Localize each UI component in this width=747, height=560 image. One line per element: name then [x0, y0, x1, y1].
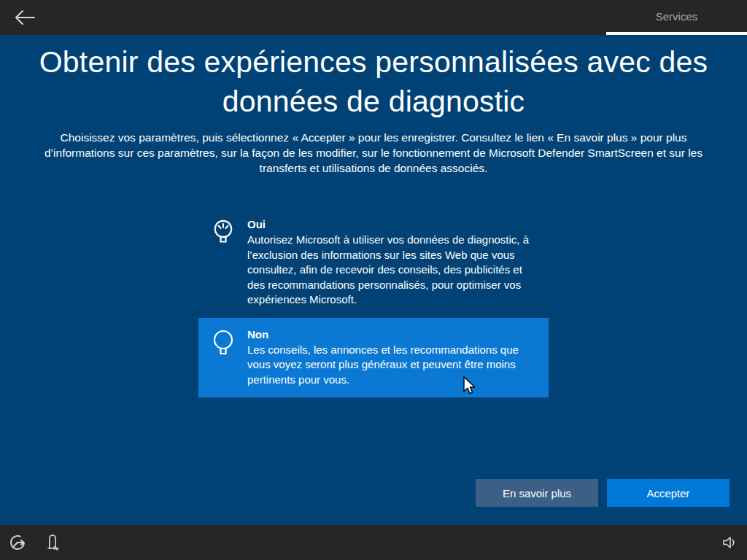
- option-oui-description: Autorisez Microsoft à utiliser vos donné…: [247, 233, 537, 308]
- page-subtitle: Choisissez vos paramètres, puis sélectio…: [29, 130, 719, 176]
- option-non-description: Les conseils, les annonces et les recomm…: [247, 343, 537, 388]
- diagnostic-options-list: Oui Autorisez Microsoft à utiliser vos d…: [198, 208, 549, 397]
- lightbulb-icon: [212, 328, 235, 363]
- tab-services[interactable]: Services: [606, 0, 747, 35]
- lightbulb-lit-icon: [212, 218, 235, 250]
- footer-bar: [0, 525, 747, 560]
- accept-button[interactable]: Accepter: [607, 479, 729, 507]
- option-oui-label: Oui: [247, 217, 537, 233]
- learn-more-button[interactable]: En savoir plus: [476, 479, 598, 507]
- back-button[interactable]: [10, 4, 39, 31]
- main-content: Obtenir des expériences personnalisées a…: [0, 35, 747, 525]
- option-oui[interactable]: Oui Autorisez Microsoft à utiliser vos d…: [198, 208, 549, 318]
- action-buttons: En savoir plus Accepter: [476, 479, 729, 507]
- back-arrow-icon: [14, 9, 36, 26]
- input-indicator-icon[interactable]: [44, 534, 61, 551]
- top-bar: Services: [0, 0, 747, 35]
- ease-of-access-icon[interactable]: [9, 534, 26, 551]
- tab-services-label: Services: [656, 10, 698, 23]
- option-non[interactable]: Non Les conseils, les annonces et les re…: [198, 318, 549, 398]
- option-non-label: Non: [247, 327, 537, 343]
- volume-icon[interactable]: [721, 534, 738, 551]
- page-title: Obtenir des expériences personnalisées a…: [31, 42, 716, 121]
